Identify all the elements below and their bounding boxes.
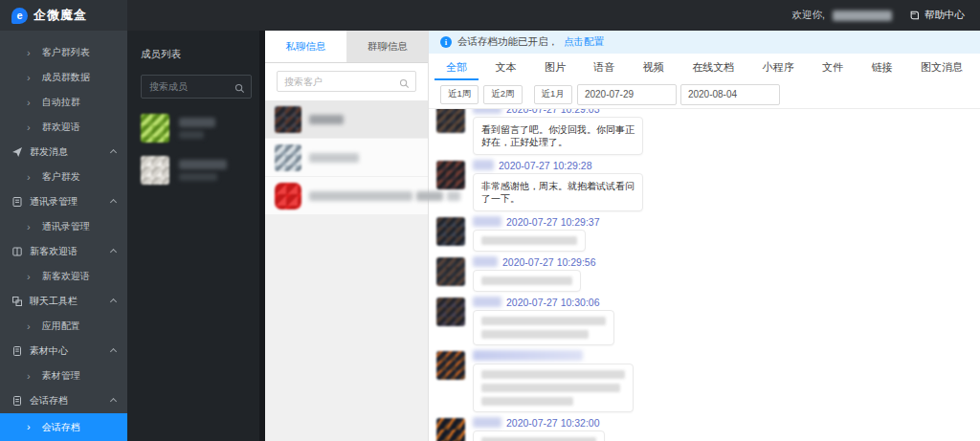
search-icon [399,76,410,93]
sidebar-item-contacts-management[interactable]: ›通讯录管理 [0,214,127,239]
message-item: 2020-07-27 10:32:00 [436,416,980,441]
sidebar-item-customer-mass-send[interactable]: ›客户群发 [0,165,127,189]
member-rows [141,114,252,185]
chevron-up-icon [110,198,117,205]
sidebar-item-label: 会话存档 [42,421,80,434]
welcome-book-icon [11,246,23,257]
contact-row-selected[interactable] [265,100,428,139]
chevron-up-icon [110,298,117,304]
chevron-up-icon [110,248,117,254]
chevron-up-icon [110,148,117,155]
sender-and-time-redacted [473,350,583,361]
app-logo: e 企微魔盒 [0,0,127,31]
material-icon [11,345,23,357]
app-title: 企微魔盒 [33,7,87,24]
filter-last-1-week-button[interactable]: 近1周 [440,85,479,104]
sender-name-redacted [473,297,501,307]
sidebar-group-new-customer-welcome[interactable]: 新客欢迎语 [0,239,127,264]
sidebar-item-app-config[interactable]: ›应用配置 [0,314,127,339]
sidebar-group-chat-archive[interactable]: 会话存档 [0,388,127,413]
chat-toolbar-icon [11,296,23,307]
filter-last-1-month-button[interactable]: 近1月 [534,85,572,104]
avatar [436,298,465,326]
message-bubble-redacted [473,270,581,292]
sidebar-group-chat-toolbar[interactable]: 聊天工具栏 [0,289,127,314]
date-to-input[interactable] [680,84,780,105]
topbar-right: 欢迎你, 帮助中心 [792,9,980,22]
tab-online-doc[interactable]: 在线文档 [688,54,738,80]
app-window: e 企微魔盒 欢迎你, 帮助中心 ›客户群列表 ›成员群数据 ›自动拉群 ›群欢… [0,0,980,441]
help-center-link[interactable]: 帮助中心 [909,9,965,22]
member-search-box [141,75,252,99]
sidebar-item-member-group-data[interactable]: ›成员群数据 [0,65,127,90]
member-subtext-redacted [179,131,204,139]
sidebar-item-label: 客户群列表 [42,46,90,59]
chevron-right-icon: › [27,73,31,83]
tab-all[interactable]: 全部 [442,54,471,80]
contact-name-redacted [447,191,460,201]
configure-link[interactable]: 点击配置 [564,35,604,49]
sidebar-item-chat-archive-active[interactable]: ›会话存档 [0,413,127,441]
message-list: 2020-07-27 10:29:03 看到留言了吧。你没回我。你同事正好在，正… [429,109,980,441]
tab-group-chat[interactable]: 群聊信息 [347,31,429,62]
message-item [436,349,980,412]
topbar: e 企微魔盒 欢迎你, 帮助中心 [0,0,980,31]
help-center-label: 帮助中心 [924,9,965,22]
message-bubble-redacted [473,364,634,412]
tab-image[interactable]: 图片 [541,54,569,80]
customer-search-input[interactable] [277,71,416,92]
address-book-icon [11,196,23,208]
tab-private-chat[interactable]: 私聊信息 [265,31,347,62]
member-row[interactable] [141,156,252,185]
search-icon [234,80,245,98]
message-item: 2020-07-27 10:30:06 [436,296,980,345]
sidebar-item-label: 通讯录管理 [42,220,90,233]
sidebar-item-label: 新客欢迎语 [42,270,90,283]
sidebar-group-label: 通讯录管理 [30,195,78,209]
avatar [275,106,301,133]
sidebar-item-material-management[interactable]: ›素材管理 [0,364,127,388]
sidebar-group-mass-message[interactable]: 群发消息 [0,140,127,165]
sender-name-redacted [473,417,501,428]
tab-richtext-message[interactable]: 图文消息 [917,54,967,80]
tab-mini-program[interactable]: 小程序 [759,54,798,80]
tab-link[interactable]: 链接 [868,54,897,80]
sidebar-group-label: 群发消息 [30,145,68,159]
date-filter-bar: 近1周 近2周 近1月 [429,80,980,109]
filter-last-2-weeks-button[interactable]: 近2周 [483,85,522,104]
username-redacted [833,11,892,21]
archive-notice-bar: i 会话存档功能已开启， 点击配置 [429,31,980,54]
tab-video[interactable]: 视频 [639,54,668,80]
sidebar-group-material-center[interactable]: 素材中心 [0,339,127,364]
member-name-redacted [179,160,227,169]
date-from-input[interactable] [577,84,677,105]
chevron-up-icon [110,397,117,404]
archive-content: i 会话存档功能已开启， 点击配置 全部 文本 图片 语音 视频 在线文档 小程… [429,31,980,441]
sidebar-item-group-welcome[interactable]: ›群欢迎语 [0,115,127,140]
contact-row[interactable] [265,177,428,215]
sidebar-item-label: 群欢迎语 [42,121,80,134]
sidebar-group-label: 素材中心 [30,344,68,358]
message-item: 2020-07-27 10:29:37 [436,215,980,252]
sidebar-group-label: 新客欢迎语 [30,245,78,258]
message-timestamp: 2020-07-27 10:29:37 [506,216,600,228]
message-bubble: 看到留言了吧。你没回我。你同事正好在，正好处理了。 [473,117,643,155]
contact-row[interactable] [265,139,428,177]
avatar [275,144,301,171]
sidebar-item-new-customer-welcome[interactable]: ›新客欢迎语 [0,264,127,289]
tab-text[interactable]: 文本 [491,54,520,80]
sidebar-group-contacts-management[interactable]: 通讯录管理 [0,189,127,214]
tab-voice[interactable]: 语音 [590,54,618,80]
tab-file[interactable]: 文件 [818,54,847,80]
member-list-panel: 成员列表 [127,31,265,441]
info-icon: i [440,36,452,48]
message-item: 2020-07-27 10:29:03 看到留言了吧。你没回我。你同事正好在，正… [436,109,980,155]
message-type-tabs: 全部 文本 图片 语音 视频 在线文档 小程序 文件 链接 图文消息 [429,54,980,80]
sidebar-item-auto-grouping[interactable]: ›自动拉群 [0,90,127,115]
avatar [141,156,169,185]
sidebar-item-customer-group-list[interactable]: ›客户群列表 [0,40,127,65]
send-icon [11,146,23,158]
chat-list-panel: 私聊信息 群聊信息 [265,31,429,441]
message-item: 2020-07-27 10:29:28 非常感谢他，周末。就抱着试试看问了一下。 [436,159,980,211]
member-row[interactable] [141,114,252,143]
